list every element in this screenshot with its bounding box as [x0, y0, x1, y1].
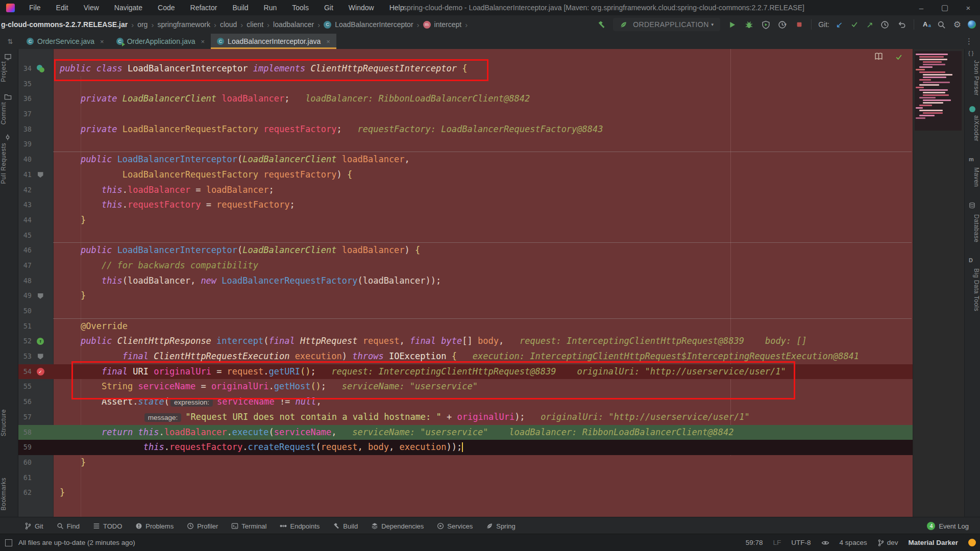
history-icon[interactable]: [880, 19, 890, 30]
code-line-45[interactable]: [53, 228, 913, 243]
sidebar-item-bookmarks[interactable]: Bookmarks: [0, 478, 18, 511]
gutter-line-57[interactable]: 57: [18, 410, 53, 425]
gutter-line-62[interactable]: 62: [18, 485, 53, 500]
tab-options-icon[interactable]: ⇅: [0, 34, 20, 49]
gutter-line-45[interactable]: 45: [18, 228, 53, 243]
gutter-line-43[interactable]: 43: [18, 197, 53, 213]
debug-button[interactable]: [744, 19, 754, 30]
maven-icon[interactable]: m: [969, 156, 974, 162]
folder-icon[interactable]: [4, 93, 12, 102]
build-hammer-icon[interactable]: [596, 19, 606, 30]
plugin-sphere-icon[interactable]: [968, 20, 976, 29]
breadcrumb-item[interactable]: intercept: [434, 20, 462, 29]
breadcrumb-item[interactable]: springframework: [157, 20, 210, 29]
gutter-line-53[interactable]: 53: [18, 349, 53, 364]
commit-tool-icon[interactable]: [4, 134, 11, 142]
translate-icon[interactable]: Aa: [921, 20, 930, 29]
settings-gear-icon[interactable]: ⚙: [953, 19, 961, 30]
menu-item-git[interactable]: Git: [324, 4, 333, 12]
sidebar-item-json-parser[interactable]: Json Parser: [965, 60, 980, 96]
code-line-37[interactable]: [53, 107, 913, 122]
tab-close-icon[interactable]: ×: [326, 38, 330, 45]
git-branch-widget[interactable]: dev: [877, 539, 898, 546]
toolwindow-button-terminal[interactable]: Terminal: [231, 522, 266, 530]
toolwindow-button-endpoints[interactable]: Endpoints: [280, 522, 320, 530]
code-line-44[interactable]: }: [53, 213, 913, 228]
tab-close-icon[interactable]: ×: [201, 38, 205, 45]
code-editor[interactable]: 34public class LoadBalancerInterceptor i…: [18, 49, 913, 517]
gutter-line-34[interactable]: 34: [18, 61, 53, 77]
theme-name[interactable]: Material Darker: [908, 539, 958, 546]
code-line-47[interactable]: // for backwards compatibility: [53, 258, 913, 273]
gutter-line-48[interactable]: 48: [18, 273, 53, 289]
theme-color-dot[interactable]: [968, 539, 976, 546]
toolwindow-toggle-icon[interactable]: [5, 539, 12, 546]
gutter-line-50[interactable]: 50: [18, 304, 53, 319]
gutter-line-42[interactable]: 42: [18, 183, 53, 198]
aixcoder-icon[interactable]: [969, 106, 975, 112]
code-line-46[interactable]: public LoadBalancerInterceptor(LoadBalan…: [53, 243, 913, 258]
code-line-62[interactable]: }: [53, 485, 913, 500]
big-data-tools-icon[interactable]: D: [969, 257, 973, 263]
gutter-line-59[interactable]: 59: [18, 440, 53, 455]
code-line-58[interactable]: return this.loadBalancer.execute(service…: [53, 425, 913, 440]
rollback-icon[interactable]: [897, 19, 907, 30]
menu-item-help[interactable]: Help: [389, 4, 404, 12]
sidebar-item-database[interactable]: Database: [965, 214, 980, 242]
code-line-38[interactable]: private LoadBalancerRequestFactory reque…: [53, 122, 913, 137]
sidebar-item-big-data-tools[interactable]: Big Data Tools: [965, 268, 980, 311]
gutter-line-56[interactable]: 56: [18, 394, 53, 410]
gutter-line-55[interactable]: 55: [18, 379, 53, 394]
tab-loadbalancerinterceptor-java[interactable]: CLoadBalancerInterceptor.java×: [211, 34, 336, 49]
inspections-ok-check-icon[interactable]: [895, 53, 902, 63]
tab-list-kebab-icon[interactable]: ⋮: [965, 34, 980, 49]
gutter-line-52[interactable]: 52↑: [18, 334, 53, 349]
stop-button[interactable]: [794, 19, 804, 30]
profiler-button[interactable]: ▼: [777, 19, 788, 30]
json-parser-icon[interactable]: { }: [968, 50, 973, 56]
code-line-36[interactable]: private LoadBalancerClient loadBalancer;…: [53, 91, 913, 107]
gutter-line-49[interactable]: 49: [18, 288, 53, 304]
caret-position[interactable]: 59:78: [746, 539, 763, 546]
gutter-line-40[interactable]: 40: [18, 152, 53, 167]
gutter-line-35[interactable]: 35: [18, 77, 53, 92]
toolwindow-button-todo[interactable]: TODO: [93, 522, 122, 530]
code-line-51[interactable]: @Override: [53, 319, 913, 334]
sidebar-item-project[interactable]: Project: [0, 61, 18, 82]
line-separator[interactable]: LF: [773, 539, 781, 546]
breadcrumb-item[interactable]: client: [247, 20, 263, 29]
gutter-line-44[interactable]: 44: [18, 213, 53, 228]
gutter-line-38[interactable]: 38: [18, 122, 53, 137]
gutter-line-60[interactable]: 60: [18, 455, 53, 470]
toolwindow-button-find[interactable]: Find: [57, 522, 80, 530]
gutter-line-51[interactable]: 51: [18, 319, 53, 334]
tab-close-icon[interactable]: ×: [100, 38, 104, 45]
breadcrumb-item[interactable]: g-cloud-commons-2.2.7.RELEASE.jar: [1, 20, 128, 29]
menu-item-tools[interactable]: Tools: [292, 4, 309, 12]
gutter-line-54[interactable]: 54✓: [18, 364, 53, 380]
tab-orderservice-java[interactable]: COrderService.java×: [20, 34, 110, 49]
gutter-line-41[interactable]: 41: [18, 167, 53, 183]
code-line-59[interactable]: this.requestFactory.createRequest(reques…: [53, 440, 913, 455]
code-line-40[interactable]: public LoadBalancerInterceptor(LoadBalan…: [53, 152, 913, 167]
toolwindow-button-profiler[interactable]: Profiler: [187, 522, 218, 530]
tab-orderapplication-java[interactable]: COrderApplication.java×: [110, 34, 211, 49]
menu-item-edit[interactable]: Edit: [56, 4, 68, 12]
menu-item-refactor[interactable]: Refactor: [190, 4, 217, 12]
code-line-42[interactable]: this.loadBalancer = loadBalancer;: [53, 183, 913, 198]
menu-item-run[interactable]: Run: [264, 4, 277, 12]
code-line-39[interactable]: [53, 137, 913, 152]
gutter-line-46[interactable]: 46: [18, 243, 53, 258]
menu-item-code[interactable]: Code: [158, 4, 175, 12]
breadcrumb-item[interactable]: org: [137, 20, 148, 29]
gutter-line-39[interactable]: 39: [18, 137, 53, 152]
sidebar-item-structure[interactable]: Structure: [0, 409, 18, 436]
gutter-line-61[interactable]: 61: [18, 470, 53, 486]
menu-item-window[interactable]: Window: [349, 4, 374, 12]
toolwindow-button-git[interactable]: Git: [24, 522, 43, 530]
toolwindow-button-services[interactable]: Services: [437, 522, 473, 530]
highlighting-eye-icon[interactable]: [821, 539, 829, 547]
database-icon[interactable]: [969, 202, 975, 210]
git-push-icon[interactable]: ↗: [866, 20, 873, 30]
run-configuration-select[interactable]: ORDERAPPLICATION ▼: [613, 18, 720, 31]
